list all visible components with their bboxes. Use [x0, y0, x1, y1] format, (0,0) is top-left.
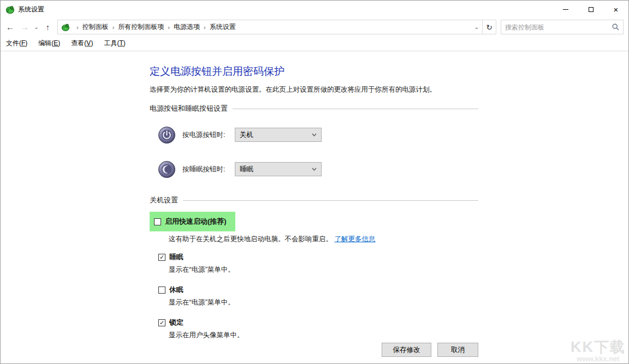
breadcrumb-system-settings[interactable]: 系统设置: [210, 22, 236, 32]
sleep-label[interactable]: 睡眠: [169, 252, 183, 262]
minimize-button[interactable]: [553, 1, 578, 18]
close-icon: ×: [614, 5, 619, 14]
navigation-bar: ← → ⌄ ↑ › 控制面板 › 所有控制面板项 › 电源选项 › 系统设置 ⌄…: [1, 18, 628, 36]
section-power-buttons: 电源按钮和睡眠按钮设置: [150, 104, 478, 114]
sleep-option: 睡眠: [158, 252, 628, 262]
chevron-down-icon: [312, 168, 317, 171]
back-button[interactable]: ←: [3, 20, 17, 34]
chevron-down-icon: [312, 133, 317, 136]
search-box: [501, 20, 624, 34]
window-title: 系统设置: [18, 5, 44, 14]
breadcrumb-separator: ›: [112, 24, 115, 31]
app-icon: [5, 5, 15, 14]
close-button[interactable]: ×: [603, 1, 628, 18]
refresh-icon: ↻: [486, 23, 492, 32]
up-icon: ↑: [46, 22, 50, 32]
lock-label[interactable]: 锁定: [169, 318, 183, 327]
section-shutdown-settings: 关机设置: [150, 195, 478, 205]
sleep-checkbox[interactable]: [158, 254, 165, 261]
power-button-icon: [158, 126, 176, 144]
maximize-button[interactable]: [578, 1, 603, 18]
main-content: 定义电源按钮并启用密码保护 选择要为你的计算机设置的电源设置。在此页上对设置所做…: [1, 52, 628, 363]
menu-view[interactable]: 查看(V): [71, 39, 93, 48]
forward-icon: →: [21, 22, 29, 32]
recent-pages-button[interactable]: ⌄: [32, 20, 40, 34]
save-changes-button[interactable]: 保存修改: [382, 343, 431, 357]
lock-checkbox[interactable]: [158, 319, 165, 326]
breadcrumb-separator: ›: [76, 24, 79, 31]
hibernate-label[interactable]: 休眠: [169, 285, 183, 295]
learn-more-link[interactable]: 了解更多信息: [334, 235, 375, 243]
breadcrumb-separator: ›: [204, 24, 206, 31]
forward-button[interactable]: →: [17, 20, 32, 34]
power-button-label: 按电源按钮时:: [182, 130, 235, 140]
sleep-button-value: 睡眠: [240, 165, 312, 174]
chevron-down-icon: ⌄: [34, 24, 38, 30]
up-button[interactable]: ↑: [40, 20, 55, 34]
menu-edit[interactable]: 编辑(E): [38, 39, 60, 48]
lock-description: 显示在用户头像菜单中。: [169, 331, 628, 340]
section-divider: [183, 200, 478, 201]
search-icon[interactable]: [612, 23, 619, 31]
hibernate-option: 休眠: [158, 285, 628, 295]
menu-tools[interactable]: 工具(T): [104, 39, 125, 48]
minimize-icon: [563, 9, 568, 10]
hibernate-description: 显示在“电源”菜单中。: [169, 298, 628, 307]
back-icon: ←: [6, 22, 14, 32]
title-bar: 系统设置 ×: [1, 1, 628, 18]
section-divider: [233, 109, 478, 109]
power-button-select[interactable]: 关机: [235, 128, 322, 142]
footer-buttons: 保存修改 取消: [382, 343, 478, 357]
cancel-button[interactable]: 取消: [437, 343, 478, 357]
chevron-down-icon: ⌄: [474, 24, 479, 30]
menu-file[interactable]: 文件(F): [6, 39, 27, 48]
control-panel-icon: [61, 23, 70, 32]
fast-startup-label[interactable]: 启用快速启动(推荐): [165, 217, 227, 226]
power-button-value: 关机: [240, 130, 312, 140]
search-input[interactable]: [505, 23, 612, 31]
menu-bar: 文件(F) 编辑(E) 查看(V) 工具(T): [1, 36, 628, 51]
page-title: 定义电源按钮并启用密码保护: [150, 64, 628, 79]
address-bar[interactable]: › 控制面板 › 所有控制面板项 › 电源选项 › 系统设置 ⌄ ↻: [57, 20, 496, 34]
maximize-icon: [589, 7, 594, 12]
fast-startup-description: 这有助于在关机之后更快地启动电脑。不会影响重启。 了解更多信息: [169, 235, 628, 244]
breadcrumb-control-panel[interactable]: 控制面板: [82, 22, 109, 32]
watermark-url: www.kkx.net: [571, 355, 626, 363]
page-description: 选择要为你的计算机设置的电源设置。在此页上对设置所做的更改将应用于你所有的电源计…: [150, 85, 628, 94]
fast-startup-highlight: 启用快速启动(推荐): [150, 212, 235, 231]
refresh-button[interactable]: ↻: [482, 20, 496, 34]
sleep-button-select[interactable]: 睡眠: [235, 162, 322, 176]
power-button-row: 按电源按钮时: 关机: [158, 122, 628, 148]
address-dropdown-button[interactable]: ⌄: [471, 24, 482, 30]
sleep-button-row: 按睡眠按钮时: 睡眠: [158, 156, 628, 182]
hibernate-checkbox[interactable]: [158, 287, 165, 294]
watermark: KK下载 www.kkx.net: [571, 339, 626, 363]
breadcrumb-all-items[interactable]: 所有控制面板项: [118, 22, 164, 32]
sleep-button-label: 按睡眠按钮时:: [182, 165, 235, 174]
fast-startup-option: 启用快速启动(推荐): [154, 217, 227, 226]
fast-startup-checkbox[interactable]: [154, 218, 161, 225]
sleep-description: 显示在“电源”菜单中。: [169, 265, 628, 275]
sleep-button-icon: [158, 160, 176, 178]
lock-option: 锁定: [158, 318, 628, 327]
section-title: 关机设置: [150, 195, 178, 205]
breadcrumb-power-options[interactable]: 电源选项: [174, 22, 200, 32]
breadcrumb-separator: ›: [168, 24, 170, 31]
watermark-logo: KK下载: [571, 339, 626, 355]
section-title: 电源按钮和睡眠按钮设置: [150, 104, 228, 114]
system-settings-window: 系统设置 × ← → ⌄ ↑ › 控制面板 › 所有控制面板项 › 电源选项 ›…: [0, 0, 629, 364]
